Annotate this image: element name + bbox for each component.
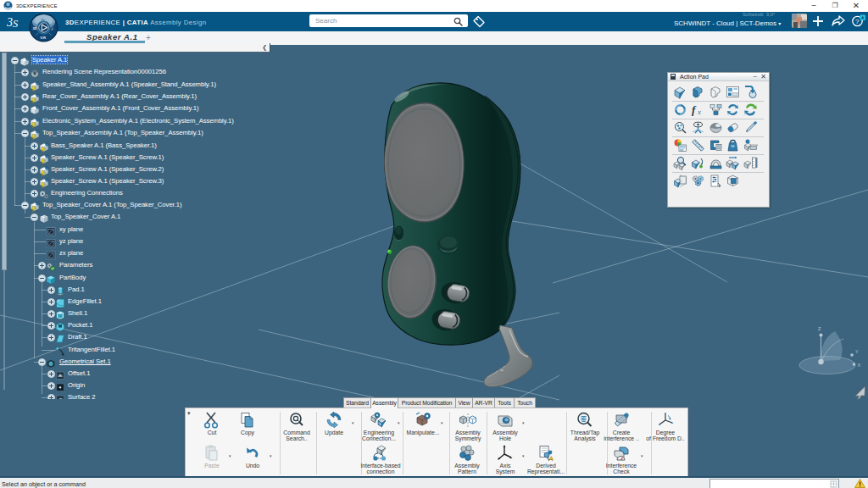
- svg-text:V.R: V.R: [40, 35, 46, 39]
- svg-text:X: X: [858, 363, 861, 368]
- svg-text:Z: Z: [818, 326, 821, 331]
- svg-text:f: f: [692, 103, 697, 116]
- svg-text:S: S: [13, 17, 19, 29]
- svg-text:3: 3: [7, 15, 13, 28]
- svg-text:3D: 3D: [32, 26, 36, 30]
- svg-text:Yr: Yr: [41, 17, 45, 21]
- svg-text:?: ?: [855, 18, 860, 25]
- svg-text:x: x: [697, 108, 701, 116]
- svg-text:Y: Y: [855, 349, 859, 354]
